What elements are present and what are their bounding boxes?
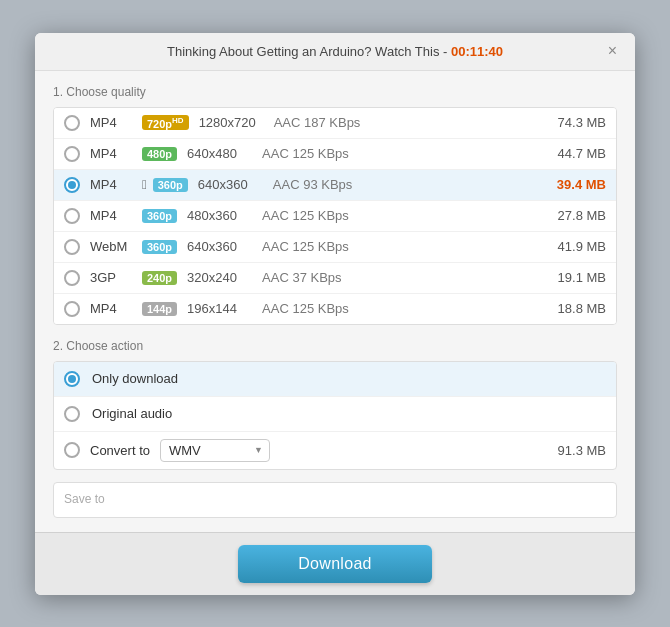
radio-1[interactable] — [64, 115, 80, 131]
convert-format-wrapper: WMV MP4 AVI MOV MKV — [160, 439, 270, 462]
download-button[interactable]: Download — [238, 545, 432, 583]
quality-badge: 360p — [142, 209, 177, 223]
quality-row[interactable]: MP4 480p 640x480 AAC 125 KBps 44.7 MB — [54, 139, 616, 170]
resolution: 320x240 — [187, 270, 262, 285]
radio-convert[interactable] — [64, 442, 80, 458]
file-size: 18.8 MB — [546, 301, 606, 316]
quality-row[interactable]: MP4 720pHD 1280x720 AAC 187 KBps 74.3 MB — [54, 108, 616, 139]
title-prefix: Thinking About Getting an Arduino? Watch… — [167, 44, 451, 59]
apple-icon:  — [142, 177, 147, 192]
convert-to-label: Convert to — [90, 443, 150, 458]
audio-info: AAC 93 KBps — [273, 177, 546, 192]
convert-size: 91.3 MB — [558, 443, 606, 458]
quality-section-label: 1. Choose quality — [53, 85, 617, 99]
radio-2[interactable] — [64, 146, 80, 162]
audio-info: AAC 187 KBps — [274, 115, 546, 130]
quality-badge: 480p — [142, 147, 177, 161]
format-label: MP4 — [90, 115, 134, 130]
save-to-section: Save to — [53, 482, 617, 518]
radio-7[interactable] — [64, 301, 80, 317]
resolution: 196x144 — [187, 301, 262, 316]
dialog-footer: Download — [35, 532, 635, 595]
resolution: 640x360 — [198, 177, 273, 192]
quality-row-selected[interactable]: MP4  360p 640x360 AAC 93 KBps 39.4 MB — [54, 170, 616, 201]
quality-row[interactable]: 3GP 240p 320x240 AAC 37 KBps 19.1 MB — [54, 263, 616, 294]
save-to-label: Save to — [64, 492, 105, 506]
audio-info: AAC 125 KBps — [262, 301, 546, 316]
quality-row[interactable]: MP4 144p 196x144 AAC 125 KBps 18.8 MB — [54, 294, 616, 324]
action-row-original-audio[interactable]: Original audio — [54, 397, 616, 432]
action-section-label: 2. Choose action — [53, 339, 617, 353]
quality-row[interactable]: MP4 360p 480x360 AAC 125 KBps 27.8 MB — [54, 201, 616, 232]
dialog-body: 1. Choose quality MP4 720pHD 1280x720 AA… — [35, 71, 635, 532]
radio-only-download[interactable] — [64, 371, 80, 387]
quality-badge: 240p — [142, 271, 177, 285]
action-section: Only download Original audio Convert to … — [53, 361, 617, 470]
audio-info: AAC 125 KBps — [262, 239, 546, 254]
resolution: 640x360 — [187, 239, 262, 254]
action-original-audio-label: Original audio — [92, 406, 172, 421]
convert-format-select[interactable]: WMV MP4 AVI MOV MKV — [160, 439, 270, 462]
radio-original-audio[interactable] — [64, 406, 80, 422]
action-only-download-label: Only download — [92, 371, 178, 386]
action-row-only-download[interactable]: Only download — [54, 362, 616, 397]
format-label: 3GP — [90, 270, 134, 285]
action-row-convert[interactable]: Convert to WMV MP4 AVI MOV MKV 91.3 MB — [54, 432, 616, 469]
file-size-selected: 39.4 MB — [546, 177, 606, 192]
title-bar: Thinking About Getting an Arduino? Watch… — [35, 33, 635, 71]
file-size: 19.1 MB — [546, 270, 606, 285]
quality-scroll[interactable]: MP4 720pHD 1280x720 AAC 187 KBps 74.3 MB… — [54, 108, 616, 324]
audio-info: AAC 125 KBps — [262, 208, 546, 223]
quality-badge: 720pHD — [142, 115, 189, 131]
file-size: 41.9 MB — [546, 239, 606, 254]
radio-5[interactable] — [64, 239, 80, 255]
quality-badge: 360p — [153, 178, 188, 192]
quality-badge: 144p — [142, 302, 177, 316]
format-label: MP4 — [90, 208, 134, 223]
file-size: 74.3 MB — [546, 115, 606, 130]
audio-info: AAC 125 KBps — [262, 146, 546, 161]
format-label: MP4 — [90, 177, 134, 192]
download-dialog: Thinking About Getting an Arduino? Watch… — [35, 33, 635, 595]
close-button[interactable]: × — [602, 41, 623, 61]
quality-badge: 360p — [142, 240, 177, 254]
title-time: 00:11:40 — [451, 44, 503, 59]
radio-4[interactable] — [64, 208, 80, 224]
quality-section: MP4 720pHD 1280x720 AAC 187 KBps 74.3 MB… — [53, 107, 617, 325]
format-label: MP4 — [90, 146, 134, 161]
resolution: 480x360 — [187, 208, 262, 223]
radio-6[interactable] — [64, 270, 80, 286]
file-size: 27.8 MB — [546, 208, 606, 223]
file-size: 44.7 MB — [546, 146, 606, 161]
resolution: 1280x720 — [199, 115, 274, 130]
dialog-title: Thinking About Getting an Arduino? Watch… — [167, 44, 503, 59]
quality-row[interactable]: WebM 360p 640x360 AAC 125 KBps 41.9 MB — [54, 232, 616, 263]
audio-info: AAC 37 KBps — [262, 270, 546, 285]
format-label: MP4 — [90, 301, 134, 316]
resolution: 640x480 — [187, 146, 262, 161]
radio-3[interactable] — [64, 177, 80, 193]
format-label: WebM — [90, 239, 134, 254]
